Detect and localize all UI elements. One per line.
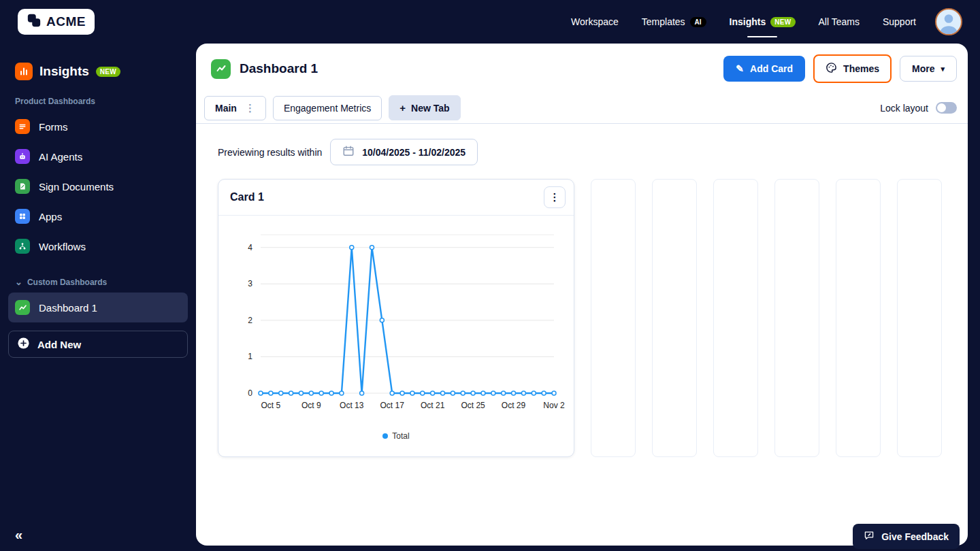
empty-card-slot — [836, 179, 881, 457]
topbar: ACME Workspace Templates AI Insights NEW… — [0, 0, 980, 44]
tab-main[interactable]: Main ⋮ — [204, 96, 266, 120]
card-chart: 01234Oct 5Oct 9Oct 13Oct 17Oct 21Oct 25O… — [218, 216, 574, 441]
nav-templates-label: Templates — [642, 16, 685, 27]
empty-card-slot — [713, 179, 758, 457]
sidebar-item-label: Workflows — [39, 241, 86, 252]
toolbar: ✎ Add Card Themes More ▾ — [723, 54, 957, 83]
themes-label: Themes — [843, 63, 879, 74]
svg-text:2: 2 — [248, 316, 252, 325]
add-card-button[interactable]: ✎ Add Card — [723, 56, 805, 82]
nav-workspace[interactable]: Workspace — [571, 16, 619, 27]
kebab-icon: ⋮ — [550, 191, 560, 203]
themes-button[interactable]: Themes — [813, 54, 892, 83]
lock-layout-group: Lock layout — [880, 102, 957, 114]
ai-agents-icon — [15, 149, 30, 164]
svg-text:Oct 17: Oct 17 — [380, 401, 405, 410]
acme-logo[interactable]: ACME — [18, 9, 95, 35]
apps-icon — [15, 209, 30, 224]
sidebar-item-dashboard-1[interactable]: Dashboard 1 — [8, 293, 188, 322]
preview-row: Previewing results within 10/04/2025 - 1… — [218, 139, 957, 165]
lock-layout-toggle[interactable] — [936, 102, 957, 114]
workflows-icon — [15, 239, 30, 254]
feedback-label: Give Feedback — [881, 531, 949, 542]
date-range-value: 10/04/2025 - 11/02/2025 — [362, 147, 466, 158]
preview-label: Previewing results within — [218, 147, 322, 158]
sidebar-item-sign-documents[interactable]: Sign Documents — [8, 171, 188, 201]
add-new-button[interactable]: Add New — [8, 331, 188, 358]
card-menu-button[interactable]: ⋮ — [544, 186, 566, 208]
section-custom-dashboards[interactable]: ⌄ Custom Dashboards — [8, 278, 188, 287]
top-navigation: Workspace Templates AI Insights NEW All … — [571, 16, 916, 27]
legend-label: Total — [392, 431, 409, 441]
sidebar-item-workflows[interactable]: Workflows — [8, 231, 188, 261]
empty-card-slot — [591, 179, 636, 457]
new-tab-button[interactable]: + New Tab — [389, 95, 460, 120]
kebab-icon[interactable]: ⋮ — [245, 105, 255, 112]
new-badge: NEW — [770, 17, 795, 27]
svg-text:0: 0 — [248, 388, 252, 398]
section-product-dashboards: Product Dashboards — [8, 97, 188, 106]
page-title-group: Dashboard 1 — [211, 59, 318, 79]
sidebar-collapse-icon[interactable]: « — [15, 527, 22, 543]
sidebar-item-forms[interactable]: Forms — [8, 112, 188, 141]
sidebar: Insights NEW Product Dashboards Forms AI… — [0, 44, 196, 551]
ai-badge: AI — [690, 17, 706, 27]
nav-insights-label: Insights — [730, 16, 766, 27]
svg-text:1: 1 — [248, 352, 252, 361]
dashboard-content: Previewing results within 10/04/2025 - 1… — [196, 124, 968, 457]
empty-card-slot — [897, 179, 942, 457]
nav-workspace-label: Workspace — [571, 16, 619, 27]
acme-logo-icon — [27, 13, 42, 31]
dashboard-icon — [211, 59, 231, 79]
sidebar-item-label: AI Agents — [39, 151, 82, 163]
palette-icon — [826, 62, 837, 76]
sidebar-title-row: Insights NEW — [8, 63, 188, 80]
sidebar-item-label: Apps — [39, 211, 62, 222]
sidebar-item-apps[interactable]: Apps — [8, 201, 188, 231]
more-label: More — [912, 63, 934, 74]
main-panel: Dashboard 1 ✎ Add Card Themes More ▾ Mai… — [196, 44, 968, 546]
add-card-label: Add Card — [750, 63, 793, 74]
section-product-label: Product Dashboards — [15, 97, 95, 106]
nav-templates[interactable]: Templates AI — [642, 16, 706, 27]
tab-label: Engagement Metrics — [284, 103, 371, 114]
page-title: Dashboard 1 — [240, 61, 318, 76]
sign-documents-icon — [15, 179, 30, 194]
tab-label: Main — [215, 103, 237, 114]
svg-text:Oct 9: Oct 9 — [301, 401, 321, 410]
more-button[interactable]: More ▾ — [900, 56, 957, 82]
date-range-picker[interactable]: 10/04/2025 - 11/02/2025 — [330, 139, 478, 165]
svg-text:4: 4 — [248, 243, 252, 252]
logo-text: ACME — [46, 14, 86, 29]
svg-text:Oct 5: Oct 5 — [261, 401, 281, 410]
empty-card-slot — [652, 179, 697, 457]
user-avatar[interactable] — [935, 8, 962, 35]
nav-all-teams[interactable]: All Teams — [819, 16, 860, 27]
person-icon — [936, 10, 961, 34]
chevron-down-icon: ▾ — [941, 65, 945, 73]
svg-text:Oct 21: Oct 21 — [421, 401, 445, 410]
sidebar-item-label: Forms — [39, 121, 68, 133]
give-feedback-button[interactable]: Give Feedback — [853, 524, 960, 549]
plus-icon: + — [399, 102, 406, 114]
svg-text:Oct 29: Oct 29 — [502, 401, 526, 410]
tab-engagement-metrics[interactable]: Engagement Metrics — [273, 96, 382, 120]
card-title: Card 1 — [230, 191, 264, 203]
sidebar-new-badge: NEW — [96, 67, 120, 77]
tab-label: New Tab — [411, 103, 450, 114]
sidebar-item-label: Sign Documents — [39, 181, 114, 193]
card-chart-svg: 01234Oct 5Oct 9Oct 13Oct 17Oct 21Oct 25O… — [223, 220, 566, 427]
nav-insights[interactable]: Insights NEW — [730, 16, 796, 27]
sidebar-item-label: Dashboard 1 — [39, 302, 97, 314]
nav-support-label: Support — [883, 16, 916, 27]
dashboard-icon — [15, 300, 30, 315]
nav-all-teams-label: All Teams — [819, 16, 860, 27]
nav-support[interactable]: Support — [883, 16, 916, 27]
cards-grid: Card 1 ⋮ 01234Oct 5Oct 9Oct 13Oct 17Oct … — [218, 179, 957, 457]
pencil-icon: ✎ — [736, 63, 744, 74]
forms-icon — [15, 119, 30, 134]
circle-plus-icon — [17, 337, 30, 352]
sidebar-title: Insights — [39, 64, 89, 79]
card-1[interactable]: Card 1 ⋮ 01234Oct 5Oct 9Oct 13Oct 17Oct … — [218, 179, 574, 457]
sidebar-item-ai-agents[interactable]: AI Agents — [8, 141, 188, 171]
